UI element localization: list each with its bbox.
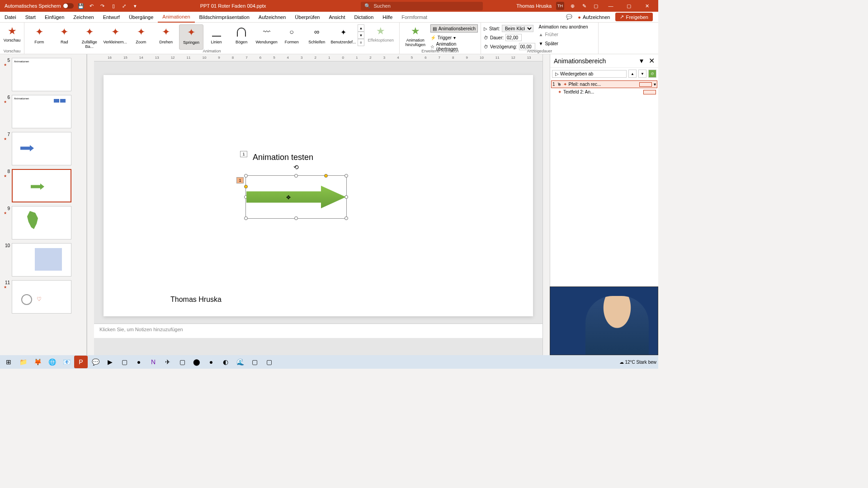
anim-wendungen[interactable]: 〰Wendungen xyxy=(255,24,279,50)
tab-einfugen[interactable]: Einfügen xyxy=(40,12,69,23)
pane-collapse-icon[interactable]: ▾ xyxy=(640,57,643,65)
trigger-button[interactable]: ⚡ Trigger ▾ xyxy=(430,33,478,42)
user-avatar[interactable]: TH xyxy=(556,2,564,10)
autosave-toggle[interactable]: Automatisches Speichern xyxy=(5,3,74,9)
animation-pane-button[interactable]: ▤ Animationsbereich xyxy=(430,24,478,33)
obs-icon[interactable]: ⬤ xyxy=(190,356,203,368)
move-down-button[interactable]: ▼ xyxy=(638,70,646,78)
telegram-icon[interactable]: ✈ xyxy=(161,356,175,368)
gallery-more-icon[interactable]: ≡ xyxy=(358,39,364,46)
anim-formen[interactable]: ○Formen xyxy=(279,24,304,50)
play-from-button[interactable]: ▷Wiedergeben ab xyxy=(552,70,627,78)
tab-entwurf[interactable]: Entwurf xyxy=(99,12,124,23)
add-animation-button[interactable]: ★ Animation hinzufügen xyxy=(402,24,429,51)
app3-icon[interactable]: ● xyxy=(132,356,146,368)
anim-drehen[interactable]: ✦Drehen xyxy=(154,24,179,50)
rotate-handle-icon[interactable]: ⟲ xyxy=(293,164,299,171)
powerpoint-icon[interactable]: P xyxy=(74,356,88,368)
tab-hilfe[interactable]: Hilfe xyxy=(378,12,397,23)
maximize-button[interactable]: ▢ xyxy=(622,0,636,12)
save-icon[interactable]: 💾 xyxy=(77,2,85,9)
item-dropdown-icon[interactable]: ▾ xyxy=(654,82,656,87)
vlc-icon[interactable]: ▶ xyxy=(103,356,117,368)
firefox-icon[interactable]: 🦊 xyxy=(31,356,44,368)
preview-button[interactable]: ★ Vorschau xyxy=(3,24,21,43)
tab-zeichnen[interactable]: Zeichnen xyxy=(69,12,98,23)
app8-icon[interactable]: ▢ xyxy=(262,356,276,368)
web-icon[interactable]: ⊕ xyxy=(569,2,576,9)
anim-verkleinern[interactable]: ✦Verkleinern... xyxy=(103,24,128,50)
app-icon[interactable]: 💬 xyxy=(89,356,102,368)
app4-icon[interactable]: ▢ xyxy=(175,356,189,368)
tab-ubergange[interactable]: Übergänge xyxy=(124,12,158,23)
later-button[interactable]: ▼ Später xyxy=(539,39,588,47)
tab-animationen[interactable]: Animationen xyxy=(158,12,194,23)
canvas-scrollbar[interactable] xyxy=(542,54,550,369)
tab-bildschirm[interactable]: Bildschirmpräsentation xyxy=(195,12,254,23)
tab-start[interactable]: Start xyxy=(21,12,40,23)
username[interactable]: Thomas Hruska xyxy=(516,3,552,9)
thumb-6[interactable]: Animationen xyxy=(12,95,71,128)
edge-icon[interactable]: 🌊 xyxy=(233,356,247,368)
tab-aufzeichnen[interactable]: Aufzeichnen xyxy=(254,12,291,23)
app6-icon[interactable]: ◐ xyxy=(219,356,232,368)
slideshow-icon[interactable]: ▯ xyxy=(110,2,117,9)
weather-widget[interactable]: ☁ 12°C Stark bew xyxy=(619,360,656,365)
gallery-down-icon[interactable]: ▼ xyxy=(358,32,364,39)
duration-input[interactable] xyxy=(505,34,522,41)
start-select[interactable]: Beim Klicken xyxy=(502,25,533,32)
tab-dictation[interactable]: Dictation xyxy=(349,12,378,23)
app2-icon[interactable]: ▢ xyxy=(118,356,131,368)
share-button[interactable]: ↗Freigeben xyxy=(615,13,653,21)
filename[interactable]: PPT 01 Roter Faden 004.pptx xyxy=(200,3,266,9)
thumb-7[interactable] xyxy=(12,132,71,165)
chrome-icon[interactable]: 🌐 xyxy=(45,356,59,368)
anim-zufallige[interactable]: ✦Zufällige Ba... xyxy=(77,24,102,50)
anim-schleifen[interactable]: ∞Schleifen xyxy=(305,24,329,50)
app7-icon[interactable]: ▢ xyxy=(248,356,261,368)
draw-icon[interactable]: ✎ xyxy=(580,2,588,9)
anim-form[interactable]: ✦Form xyxy=(27,24,52,50)
tab-uberprufen[interactable]: Überprüfen xyxy=(290,12,324,23)
slide-title-text[interactable]: Animation testen xyxy=(253,153,313,162)
qat-dropdown-icon[interactable]: ▾ xyxy=(132,2,139,9)
anim-tag-1[interactable]: 1 xyxy=(240,151,247,157)
anim-linien[interactable]: Linien xyxy=(204,24,229,50)
anim-benutzer[interactable]: ✦Benutzerdef... xyxy=(330,24,357,50)
anim-springen[interactable]: ✦Springen xyxy=(179,24,203,50)
start-button[interactable]: ⊞ xyxy=(2,356,15,368)
tab-formformat[interactable]: Formformat xyxy=(397,12,432,23)
search-box[interactable]: 🔍 xyxy=(361,2,483,10)
slide-canvas[interactable]: 1 Animation testen ⟲ 1 ✥ xyxy=(104,75,533,316)
search-input[interactable] xyxy=(373,3,479,9)
anim-zoom[interactable]: ✦Zoom xyxy=(129,24,153,50)
anim-rad[interactable]: ✦Rad xyxy=(52,24,77,50)
touch-icon[interactable]: ⤢ xyxy=(121,2,128,9)
timing-button[interactable]: ⏱ xyxy=(648,70,656,78)
slide-thumbnails[interactable]: 5★Animationen 6★Animationen 7★ 8★ 9★ 10 … xyxy=(0,54,87,369)
app5-icon[interactable]: ● xyxy=(204,356,218,368)
explorer-icon[interactable]: 📁 xyxy=(16,356,30,368)
comments-icon[interactable]: 💬 xyxy=(566,14,572,20)
undo-icon[interactable]: ↶ xyxy=(88,2,95,9)
anim-bogen[interactable]: Bögen xyxy=(229,24,254,50)
ribbon-collapse-icon[interactable]: ▢ xyxy=(592,2,599,9)
move-up-button[interactable]: ▲ xyxy=(628,70,637,78)
notes-area[interactable]: Klicken Sie, um Notizen hinzuzufügen xyxy=(94,324,542,338)
thumb-9[interactable] xyxy=(12,206,71,239)
anim-list-item-2[interactable]: ✦ Textfeld 2: An... xyxy=(551,88,657,96)
onenote-icon[interactable]: N xyxy=(146,356,160,368)
tab-datei[interactable]: Datei xyxy=(0,12,21,23)
thumb-5[interactable]: Animationen xyxy=(12,58,71,91)
redo-icon[interactable]: ↷ xyxy=(99,2,106,9)
pane-close-icon[interactable]: ✕ xyxy=(649,57,655,65)
anim-list-item-1[interactable]: 1 🖱 ✦ Pfeil: nach rec... ▾ xyxy=(551,80,657,88)
close-button[interactable]: ✕ xyxy=(640,0,654,12)
thumb-scrollbar[interactable] xyxy=(87,54,94,369)
slide-footer-text[interactable]: Thomas Hruska xyxy=(170,296,222,304)
minimize-button[interactable]: — xyxy=(604,0,618,12)
anim-tag-2[interactable]: 1 xyxy=(236,177,244,183)
outlook-icon[interactable]: 📧 xyxy=(60,356,73,368)
gallery-up-icon[interactable]: ▲ xyxy=(358,24,364,32)
tab-ansicht[interactable]: Ansicht xyxy=(324,12,349,23)
